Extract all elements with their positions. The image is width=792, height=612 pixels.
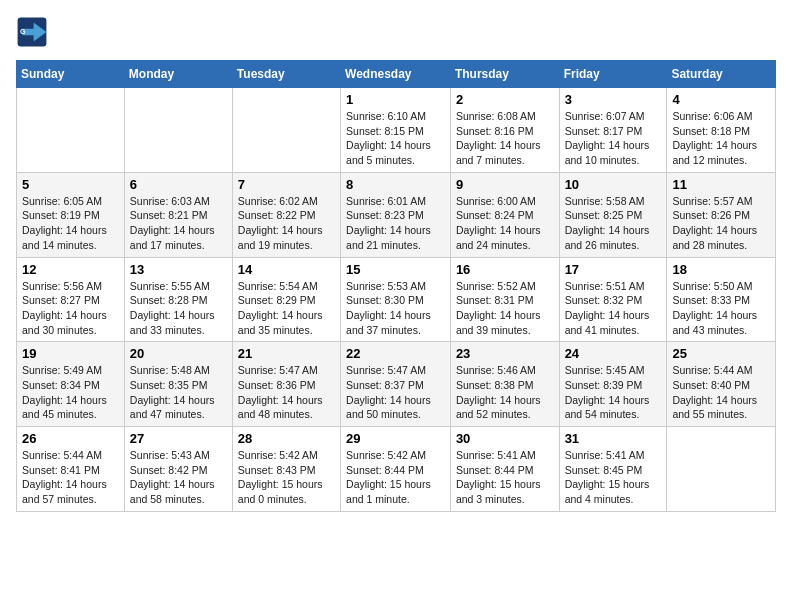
day-number: 17 <box>565 262 662 277</box>
calendar-table: SundayMondayTuesdayWednesdayThursdayFrid… <box>16 60 776 512</box>
calendar-cell: 26Sunrise: 5:44 AM Sunset: 8:41 PM Dayli… <box>17 427 125 512</box>
day-info: Sunrise: 5:58 AM Sunset: 8:25 PM Dayligh… <box>565 194 662 253</box>
day-number: 4 <box>672 92 770 107</box>
calendar-week-1: 1Sunrise: 6:10 AM Sunset: 8:15 PM Daylig… <box>17 88 776 173</box>
calendar-cell: 4Sunrise: 6:06 AM Sunset: 8:18 PM Daylig… <box>667 88 776 173</box>
calendar-cell: 2Sunrise: 6:08 AM Sunset: 8:16 PM Daylig… <box>450 88 559 173</box>
calendar-cell: 5Sunrise: 6:05 AM Sunset: 8:19 PM Daylig… <box>17 172 125 257</box>
calendar-cell: 25Sunrise: 5:44 AM Sunset: 8:40 PM Dayli… <box>667 342 776 427</box>
calendar-cell: 12Sunrise: 5:56 AM Sunset: 8:27 PM Dayli… <box>17 257 125 342</box>
calendar-cell: 24Sunrise: 5:45 AM Sunset: 8:39 PM Dayli… <box>559 342 667 427</box>
calendar-cell: 23Sunrise: 5:46 AM Sunset: 8:38 PM Dayli… <box>450 342 559 427</box>
calendar-header: SundayMondayTuesdayWednesdayThursdayFrid… <box>17 61 776 88</box>
calendar-cell: 28Sunrise: 5:42 AM Sunset: 8:43 PM Dayli… <box>232 427 340 512</box>
calendar-cell: 22Sunrise: 5:47 AM Sunset: 8:37 PM Dayli… <box>341 342 451 427</box>
day-info: Sunrise: 5:42 AM Sunset: 8:43 PM Dayligh… <box>238 448 335 507</box>
calendar-week-2: 5Sunrise: 6:05 AM Sunset: 8:19 PM Daylig… <box>17 172 776 257</box>
day-info: Sunrise: 5:47 AM Sunset: 8:37 PM Dayligh… <box>346 363 445 422</box>
day-info: Sunrise: 5:44 AM Sunset: 8:41 PM Dayligh… <box>22 448 119 507</box>
calendar-cell <box>232 88 340 173</box>
day-info: Sunrise: 5:47 AM Sunset: 8:36 PM Dayligh… <box>238 363 335 422</box>
day-info: Sunrise: 5:41 AM Sunset: 8:45 PM Dayligh… <box>565 448 662 507</box>
calendar-cell: 8Sunrise: 6:01 AM Sunset: 8:23 PM Daylig… <box>341 172 451 257</box>
calendar-cell: 13Sunrise: 5:55 AM Sunset: 8:28 PM Dayli… <box>124 257 232 342</box>
day-info: Sunrise: 5:50 AM Sunset: 8:33 PM Dayligh… <box>672 279 770 338</box>
day-number: 13 <box>130 262 227 277</box>
day-info: Sunrise: 6:00 AM Sunset: 8:24 PM Dayligh… <box>456 194 554 253</box>
day-number: 8 <box>346 177 445 192</box>
calendar-cell: 19Sunrise: 5:49 AM Sunset: 8:34 PM Dayli… <box>17 342 125 427</box>
calendar-cell: 14Sunrise: 5:54 AM Sunset: 8:29 PM Dayli… <box>232 257 340 342</box>
day-number: 24 <box>565 346 662 361</box>
calendar-cell: 16Sunrise: 5:52 AM Sunset: 8:31 PM Dayli… <box>450 257 559 342</box>
column-header-thursday: Thursday <box>450 61 559 88</box>
day-info: Sunrise: 6:01 AM Sunset: 8:23 PM Dayligh… <box>346 194 445 253</box>
day-number: 26 <box>22 431 119 446</box>
calendar-cell: 11Sunrise: 5:57 AM Sunset: 8:26 PM Dayli… <box>667 172 776 257</box>
day-number: 30 <box>456 431 554 446</box>
day-info: Sunrise: 6:08 AM Sunset: 8:16 PM Dayligh… <box>456 109 554 168</box>
column-header-monday: Monday <box>124 61 232 88</box>
day-info: Sunrise: 5:51 AM Sunset: 8:32 PM Dayligh… <box>565 279 662 338</box>
day-number: 29 <box>346 431 445 446</box>
day-number: 23 <box>456 346 554 361</box>
calendar-cell: 6Sunrise: 6:03 AM Sunset: 8:21 PM Daylig… <box>124 172 232 257</box>
day-number: 19 <box>22 346 119 361</box>
calendar-cell: 15Sunrise: 5:53 AM Sunset: 8:30 PM Dayli… <box>341 257 451 342</box>
day-info: Sunrise: 6:10 AM Sunset: 8:15 PM Dayligh… <box>346 109 445 168</box>
day-number: 25 <box>672 346 770 361</box>
day-number: 7 <box>238 177 335 192</box>
calendar-body: 1Sunrise: 6:10 AM Sunset: 8:15 PM Daylig… <box>17 88 776 512</box>
calendar-week-4: 19Sunrise: 5:49 AM Sunset: 8:34 PM Dayli… <box>17 342 776 427</box>
day-number: 14 <box>238 262 335 277</box>
day-number: 11 <box>672 177 770 192</box>
column-header-sunday: Sunday <box>17 61 125 88</box>
day-number: 16 <box>456 262 554 277</box>
day-info: Sunrise: 5:54 AM Sunset: 8:29 PM Dayligh… <box>238 279 335 338</box>
calendar-cell <box>17 88 125 173</box>
calendar-cell: 20Sunrise: 5:48 AM Sunset: 8:35 PM Dayli… <box>124 342 232 427</box>
day-number: 3 <box>565 92 662 107</box>
calendar-cell: 7Sunrise: 6:02 AM Sunset: 8:22 PM Daylig… <box>232 172 340 257</box>
calendar-week-3: 12Sunrise: 5:56 AM Sunset: 8:27 PM Dayli… <box>17 257 776 342</box>
calendar-cell: 1Sunrise: 6:10 AM Sunset: 8:15 PM Daylig… <box>341 88 451 173</box>
day-number: 31 <box>565 431 662 446</box>
day-info: Sunrise: 5:45 AM Sunset: 8:39 PM Dayligh… <box>565 363 662 422</box>
calendar-cell: 3Sunrise: 6:07 AM Sunset: 8:17 PM Daylig… <box>559 88 667 173</box>
calendar-cell: 31Sunrise: 5:41 AM Sunset: 8:45 PM Dayli… <box>559 427 667 512</box>
day-number: 18 <box>672 262 770 277</box>
day-info: Sunrise: 5:56 AM Sunset: 8:27 PM Dayligh… <box>22 279 119 338</box>
header-row: SundayMondayTuesdayWednesdayThursdayFrid… <box>17 61 776 88</box>
logo-icon: G <box>16 16 48 48</box>
calendar-cell: 29Sunrise: 5:42 AM Sunset: 8:44 PM Dayli… <box>341 427 451 512</box>
day-info: Sunrise: 5:52 AM Sunset: 8:31 PM Dayligh… <box>456 279 554 338</box>
column-header-saturday: Saturday <box>667 61 776 88</box>
calendar-cell: 17Sunrise: 5:51 AM Sunset: 8:32 PM Dayli… <box>559 257 667 342</box>
column-header-wednesday: Wednesday <box>341 61 451 88</box>
day-info: Sunrise: 5:53 AM Sunset: 8:30 PM Dayligh… <box>346 279 445 338</box>
day-info: Sunrise: 6:06 AM Sunset: 8:18 PM Dayligh… <box>672 109 770 168</box>
calendar-cell: 9Sunrise: 6:00 AM Sunset: 8:24 PM Daylig… <box>450 172 559 257</box>
day-info: Sunrise: 6:03 AM Sunset: 8:21 PM Dayligh… <box>130 194 227 253</box>
day-number: 20 <box>130 346 227 361</box>
calendar-cell <box>667 427 776 512</box>
day-info: Sunrise: 5:43 AM Sunset: 8:42 PM Dayligh… <box>130 448 227 507</box>
calendar-cell: 30Sunrise: 5:41 AM Sunset: 8:44 PM Dayli… <box>450 427 559 512</box>
day-number: 27 <box>130 431 227 446</box>
day-info: Sunrise: 5:42 AM Sunset: 8:44 PM Dayligh… <box>346 448 445 507</box>
day-number: 2 <box>456 92 554 107</box>
day-info: Sunrise: 6:07 AM Sunset: 8:17 PM Dayligh… <box>565 109 662 168</box>
day-number: 22 <box>346 346 445 361</box>
day-info: Sunrise: 5:57 AM Sunset: 8:26 PM Dayligh… <box>672 194 770 253</box>
calendar-week-5: 26Sunrise: 5:44 AM Sunset: 8:41 PM Dayli… <box>17 427 776 512</box>
calendar-cell: 27Sunrise: 5:43 AM Sunset: 8:42 PM Dayli… <box>124 427 232 512</box>
logo: G <box>16 16 52 48</box>
day-info: Sunrise: 6:02 AM Sunset: 8:22 PM Dayligh… <box>238 194 335 253</box>
day-number: 6 <box>130 177 227 192</box>
day-number: 15 <box>346 262 445 277</box>
day-info: Sunrise: 5:48 AM Sunset: 8:35 PM Dayligh… <box>130 363 227 422</box>
day-number: 28 <box>238 431 335 446</box>
calendar-cell: 18Sunrise: 5:50 AM Sunset: 8:33 PM Dayli… <box>667 257 776 342</box>
day-number: 21 <box>238 346 335 361</box>
day-info: Sunrise: 5:55 AM Sunset: 8:28 PM Dayligh… <box>130 279 227 338</box>
